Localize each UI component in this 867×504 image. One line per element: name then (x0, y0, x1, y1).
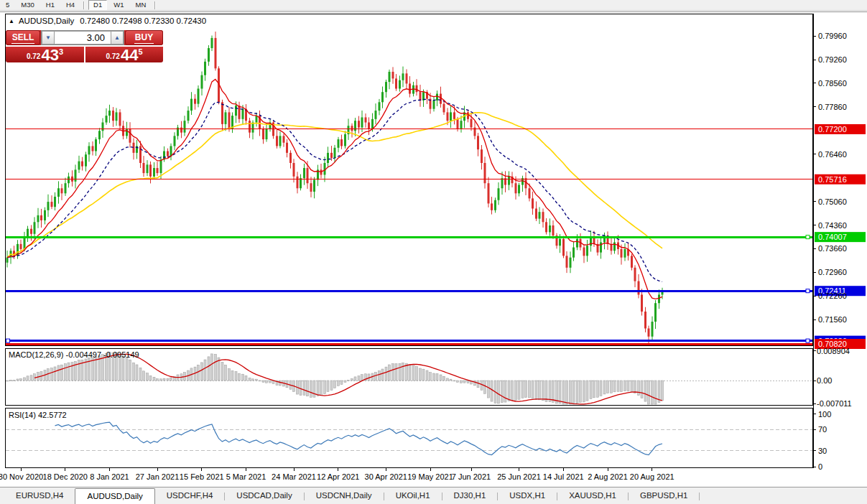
sell-button-label: SELL (11, 32, 35, 44)
line-handle[interactable] (806, 289, 810, 293)
line-handle[interactable] (6, 339, 10, 342)
date-tick-label: 30 Apr 2021 (365, 472, 407, 481)
rsi-tick-label: 0 (818, 462, 822, 471)
macd-histogram-bar (529, 381, 531, 398)
macd-histogram-bar (375, 372, 377, 381)
macd-histogram-bar (477, 381, 479, 388)
date-tick-label: 24 Mar 2021 (272, 472, 316, 481)
timeframe-button-h4[interactable]: H4 (61, 0, 80, 10)
macd-histogram-bar (208, 357, 210, 381)
macd-histogram-bar (566, 381, 568, 404)
macd-histogram-bar (498, 381, 500, 403)
macd-histogram-bar (307, 381, 309, 396)
macd-histogram-bar (262, 381, 264, 382)
macd-histogram-bar (491, 381, 493, 401)
macd-histogram-bar (10, 380, 12, 381)
timeframe-button-5[interactable]: 5 (1, 0, 14, 10)
macd-histogram-bar (71, 363, 73, 381)
price-tick-label: 0.75060 (818, 197, 847, 206)
macd-histogram-bar (484, 381, 486, 393)
macd-histogram-bar (402, 363, 404, 381)
macd-histogram-bar (354, 377, 356, 381)
macd-histogram-bar (549, 381, 551, 402)
macd-histogram-bar (545, 381, 547, 401)
macd-histogram-bar (436, 373, 438, 381)
macd-histogram-bar (443, 376, 445, 381)
tab-dj30-h1[interactable]: DJ30,H1 (442, 487, 498, 504)
macd-histogram-bar (361, 375, 363, 381)
sell-button[interactable]: SELL (6, 30, 40, 45)
price-line-badge-label: 0.74007 (818, 233, 847, 241)
date-tick-label: 20 Aug 2021 (630, 472, 674, 481)
tab-xauusd-h1[interactable]: XAUUSD,H1 (557, 487, 628, 504)
macd-histogram-bar (279, 381, 282, 386)
buy-price-pip-digit: 5 (138, 47, 142, 56)
macd-histogram-bar (535, 381, 537, 400)
rsi-tick-label: 100 (818, 410, 831, 419)
tab-usdx-h1[interactable]: USDX,H1 (498, 487, 557, 504)
macd-histogram-bar (648, 381, 650, 404)
timeframe-button-w1[interactable]: W1 (108, 0, 129, 10)
macd-histogram-bar (313, 381, 315, 397)
tab-usdcnh-daily[interactable]: USDCNH,Daily (305, 487, 384, 504)
volume-increase-button[interactable]: ▲ (111, 31, 124, 45)
macd-histogram-bar (532, 381, 534, 398)
macd-tick-label: 0.00 (817, 376, 832, 385)
sell-price-display[interactable]: 0.72 43 3 (6, 47, 84, 62)
macd-histogram-bar (607, 381, 609, 393)
rsi-tick-label: 30 (818, 447, 827, 455)
macd-histogram-bar (450, 379, 452, 381)
macd-histogram-bar (133, 363, 135, 381)
macd-histogram-bar (552, 381, 555, 402)
price-line-badge-label: 0.75716 (818, 175, 847, 184)
date-tick-label: 27 Jan 2021 (136, 472, 180, 481)
macd-histogram-bar (201, 363, 203, 381)
macd-histogram-bar (379, 370, 381, 381)
line-handle[interactable] (806, 235, 810, 239)
date-tick-label: 8 Jan 2021 (90, 472, 129, 481)
macd-histogram-bar (358, 376, 360, 381)
date-tick-label: 2 Aug 2021 (588, 472, 628, 481)
collapse-icon[interactable]: ▲ (9, 18, 14, 24)
macd-histogram-bar (603, 381, 606, 394)
macd-histogram-bar (586, 381, 588, 401)
line-handle[interactable] (806, 339, 810, 342)
macd-histogram-bar (593, 381, 595, 398)
tab-ukoil-h1[interactable]: UKOil,H1 (384, 487, 442, 504)
volume-decrease-button[interactable]: ▼ (42, 31, 55, 45)
volume-input[interactable]: 3.00 (55, 31, 111, 45)
macd-histogram-bar (542, 381, 544, 401)
macd-histogram-bar (163, 378, 165, 381)
date-tick-label: 12 Apr 2021 (317, 472, 359, 481)
timeframe-button-d1[interactable]: D1 (88, 0, 107, 10)
macd-histogram-bar (324, 381, 326, 394)
tab-usdchf-h4[interactable]: USDCHF,H4 (155, 487, 225, 504)
date-tick-label: 19 May 2021 (407, 472, 453, 481)
toolbar-separator (83, 1, 85, 9)
macd-histogram-bar (136, 365, 138, 381)
macd-histogram-bar (572, 381, 575, 404)
tab-usdcad-daily[interactable]: USDCAD,Daily (225, 487, 303, 504)
macd-histogram-bar (256, 379, 258, 381)
timeframe-button-mn[interactable]: MN (131, 0, 152, 10)
macd-histogram-bar (139, 368, 142, 381)
tab-audusd-daily[interactable]: AUDUSD,Daily (75, 488, 154, 504)
macd-histogram-bar (447, 378, 449, 381)
timeframe-button-m30[interactable]: M30 (16, 0, 39, 10)
macd-histogram-bar (600, 381, 602, 396)
tab-eurusd-h4[interactable]: EURUSD,H4 (4, 487, 75, 504)
macd-histogram-bar (320, 381, 323, 396)
macd-histogram-bar (395, 364, 397, 381)
macd-histogram-bar (204, 360, 206, 381)
sell-price-pip-digit: 3 (59, 47, 63, 56)
tab-gbpusd-h1[interactable]: GBPUSD,H1 (629, 487, 699, 504)
timeframe-button-h1[interactable]: H1 (41, 0, 60, 10)
macd-histogram-bar (20, 379, 22, 381)
chart-canvas[interactable]: 0.772000.757160.740070.724110.709360.708… (0, 0, 867, 504)
macd-histogram-bar (515, 381, 517, 401)
rsi-value: 42.5772 (38, 411, 67, 419)
macd-histogram-bar (504, 381, 506, 402)
sell-price-prefix: 0.72 (27, 52, 40, 60)
buy-price-display[interactable]: 0.72 44 5 (85, 47, 163, 62)
buy-button[interactable]: BUY (125, 30, 163, 45)
